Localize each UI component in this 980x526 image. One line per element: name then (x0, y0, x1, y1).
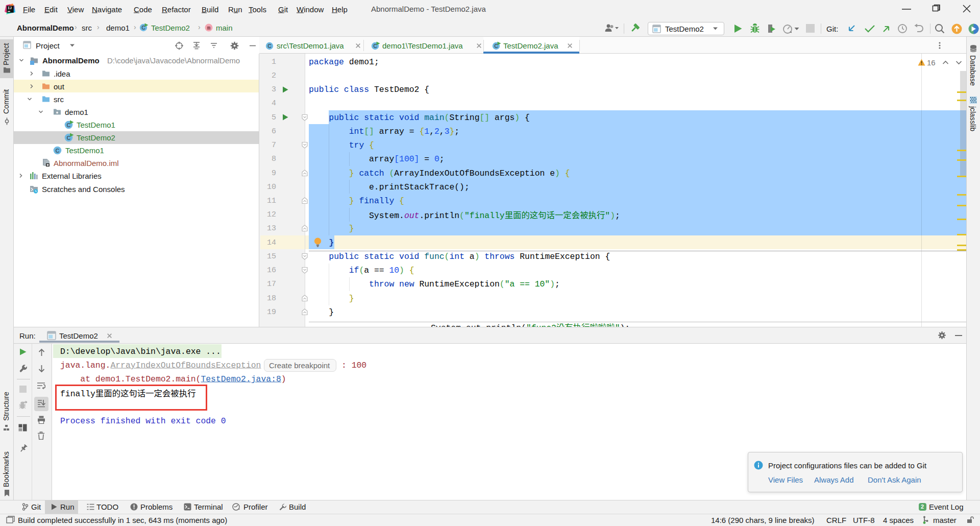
svg-text:IJ: IJ (8, 6, 12, 10)
svg-text:C: C (267, 43, 272, 49)
svg-text:m: m (207, 25, 211, 31)
